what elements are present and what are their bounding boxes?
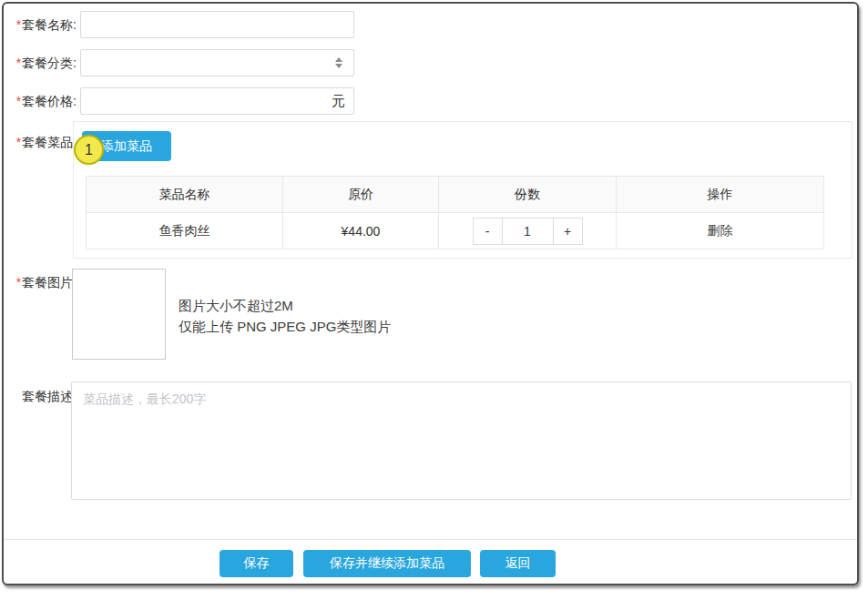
price-unit-suffix: 元 (332, 87, 345, 115)
required-marker: * (16, 275, 21, 290)
set-meal-form: *套餐名称: *套餐分类: *套餐价格: 元 *套餐菜品: 添加菜品 菜品名称 … (2, 2, 859, 585)
meal-name-input[interactable] (80, 11, 354, 38)
required-marker: * (16, 56, 21, 70)
meal-price-field: 元 (80, 87, 354, 115)
image-hint-size: 图片大小不超过2M (179, 295, 391, 316)
table-row: 鱼香肉丝 ¥44.00 - + 删除 (87, 213, 823, 249)
dishes-table-header: 菜品名称 原价 份数 操作 (87, 177, 823, 213)
qty-value-input[interactable] (502, 218, 554, 245)
meal-price-label: *套餐价格: (5, 87, 77, 115)
header-action: 操作 (617, 177, 823, 212)
meal-category-select[interactable] (80, 49, 354, 76)
dish-price-cell: ¥44.00 (283, 213, 439, 249)
header-dish-name: 菜品名称 (87, 177, 283, 212)
dish-qty-cell: - + (439, 213, 617, 249)
header-original-price: 原价 (283, 177, 439, 212)
image-upload-box[interactable] (72, 269, 166, 360)
qty-increase-button[interactable]: + (553, 218, 583, 245)
meal-category-label: *套餐分类: (5, 49, 77, 76)
meal-image-label: *套餐图片: (5, 273, 77, 291)
required-marker: * (16, 17, 21, 32)
footer-divider (4, 539, 857, 540)
delete-dish-link[interactable]: 删除 (708, 223, 733, 239)
back-button[interactable]: 返回 (480, 550, 556, 577)
meal-description-label: 套餐描述: (5, 387, 77, 405)
required-marker: * (16, 135, 21, 149)
image-upload-hints: 图片大小不超过2M 仅能上传 PNG JPEG JPG类型图片 (179, 295, 391, 337)
dishes-table: 菜品名称 原价 份数 操作 鱼香肉丝 ¥44.00 - + 删除 (86, 176, 824, 249)
qty-decrease-button[interactable]: - (473, 218, 503, 245)
meal-dishes-label: *套餐菜品: (5, 133, 77, 151)
dish-name-cell: 鱼香肉丝 (87, 213, 283, 249)
save-button[interactable]: 保存 (220, 550, 293, 577)
save-and-continue-button[interactable]: 保存并继续添加菜品 (303, 550, 471, 577)
qty-stepper: - + (473, 218, 583, 245)
image-hint-format: 仅能上传 PNG JPEG JPG类型图片 (179, 316, 391, 337)
required-marker: * (16, 94, 21, 108)
meal-price-input[interactable] (80, 87, 354, 115)
dishes-panel: 添加菜品 菜品名称 原价 份数 操作 鱼香肉丝 ¥44.00 - + (73, 121, 853, 259)
header-quantity: 份数 (439, 177, 617, 212)
select-unfold-icon (335, 57, 342, 68)
dish-action-cell: 删除 (617, 213, 823, 249)
meal-description-textarea[interactable] (71, 381, 852, 500)
meal-name-label: *套餐名称: (5, 11, 77, 38)
annotation-marker-1: 1 (74, 135, 104, 165)
